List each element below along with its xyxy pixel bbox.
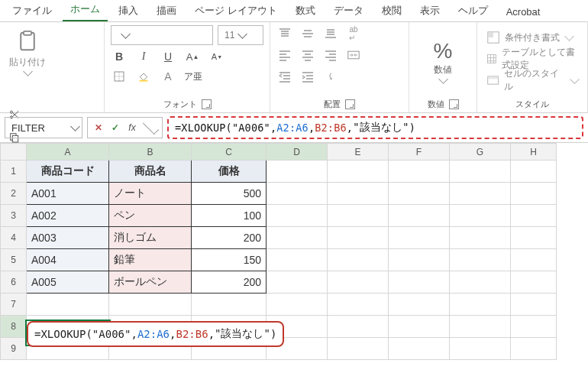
cell-E6[interactable] xyxy=(328,271,389,294)
underline-button[interactable]: U xyxy=(160,48,176,65)
number-format-button[interactable]: % 数値 xyxy=(431,39,456,84)
row-header-8[interactable]: 8 xyxy=(1,316,27,338)
wrap-text-button[interactable]: ab↵ xyxy=(345,25,362,42)
cancel-edit-button[interactable]: ✕ xyxy=(91,122,106,133)
cell-D7[interactable] xyxy=(267,294,328,316)
conditional-format-button[interactable]: 条件付き書式 xyxy=(483,28,581,47)
cell-B1[interactable]: 商品名 xyxy=(109,161,192,183)
cell-H8[interactable] xyxy=(511,316,557,338)
cell-G5[interactable] xyxy=(450,249,511,271)
col-header-F[interactable]: F xyxy=(389,144,450,161)
cell-E2[interactable] xyxy=(328,183,389,205)
cell-F1[interactable] xyxy=(389,161,450,183)
cell-G9[interactable] xyxy=(450,338,511,360)
indent-inc-button[interactable] xyxy=(299,68,316,85)
bold-button[interactable]: B xyxy=(111,48,128,65)
cell-H1[interactable] xyxy=(511,161,557,183)
cell-A4[interactable]: A003 xyxy=(27,227,109,249)
cell-F9[interactable] xyxy=(389,338,450,360)
col-header-C[interactable]: C xyxy=(192,144,267,161)
cell-D2[interactable] xyxy=(267,183,328,205)
cell-D4[interactable] xyxy=(267,227,328,249)
cell-F4[interactable] xyxy=(389,227,450,249)
cell-A5[interactable]: A004 xyxy=(27,249,109,271)
align-middle-button[interactable] xyxy=(299,25,316,42)
row-header-2[interactable]: 2 xyxy=(1,183,27,205)
cell-C5[interactable]: 150 xyxy=(192,249,267,271)
cell-C7[interactable] xyxy=(192,294,267,316)
col-header-B[interactable]: B xyxy=(109,144,192,161)
cell-H4[interactable] xyxy=(511,227,557,249)
font-shrink-button[interactable]: A▼ xyxy=(208,48,225,65)
orientation-button[interactable]: ⤹ xyxy=(322,68,339,85)
cell-F3[interactable] xyxy=(389,205,450,227)
worksheet-grid[interactable]: ABCDEFGH1商品コード商品名価格2A001ノート5003A002ペン100… xyxy=(0,143,588,360)
chevron-down-icon[interactable] xyxy=(70,122,80,131)
tab-home[interactable]: ホーム xyxy=(63,0,108,21)
cell-H5[interactable] xyxy=(511,249,557,271)
chevron-down-icon[interactable] xyxy=(143,118,159,135)
font-grow-button[interactable]: A▲ xyxy=(184,48,201,65)
cell-B3[interactable]: ペン xyxy=(109,205,192,227)
cell-A1[interactable]: 商品コード xyxy=(27,161,109,183)
align-bottom-button[interactable] xyxy=(322,25,339,42)
format-as-table-button[interactable]: テーブルとして書式設定 xyxy=(483,50,581,68)
cell-H3[interactable] xyxy=(511,205,557,227)
cell-A7[interactable] xyxy=(27,294,109,316)
cell-G7[interactable] xyxy=(450,294,511,316)
cell-G3[interactable] xyxy=(450,205,511,227)
formula-input[interactable]: =XLOOKUP("A006", A2:A6, B2:B6, "該当なし") xyxy=(167,116,583,139)
font-size-select[interactable]: 11 xyxy=(218,25,263,45)
cell-C6[interactable]: 200 xyxy=(192,271,267,294)
paste-button[interactable]: 貼り付け xyxy=(6,25,49,97)
cell-G4[interactable] xyxy=(450,227,511,249)
tab-data[interactable]: データ xyxy=(326,1,371,21)
col-header-E[interactable]: E xyxy=(328,144,389,161)
cell-E4[interactable] xyxy=(328,227,389,249)
cell-C2[interactable]: 500 xyxy=(192,183,267,205)
phonetic-button[interactable]: ア亜 xyxy=(184,68,202,85)
cell-A3[interactable]: A002 xyxy=(27,205,109,227)
cell-D5[interactable] xyxy=(267,249,328,271)
cell-B2[interactable]: ノート xyxy=(109,183,192,205)
italic-button[interactable]: I xyxy=(135,48,152,65)
align-center-button[interactable] xyxy=(299,47,316,63)
cell-D1[interactable] xyxy=(267,161,328,183)
col-header-G[interactable]: G xyxy=(450,144,511,161)
cell-B5[interactable]: 鉛筆 xyxy=(109,249,192,271)
row-header-6[interactable]: 6 xyxy=(1,271,27,294)
tab-formulas[interactable]: 数式 xyxy=(288,1,323,21)
font-name-select[interactable] xyxy=(111,25,213,45)
align-top-button[interactable] xyxy=(276,25,293,42)
cell-styles-button[interactable]: セルのスタイル xyxy=(483,71,581,89)
tab-file[interactable]: ファイル xyxy=(5,1,60,21)
row-header-4[interactable]: 4 xyxy=(1,227,27,249)
align-launcher[interactable] xyxy=(345,99,355,109)
font-color-button[interactable]: A xyxy=(160,68,176,85)
tab-help[interactable]: ヘルプ xyxy=(451,1,496,21)
cell-H7[interactable] xyxy=(511,294,557,316)
cell-B7[interactable] xyxy=(109,294,192,316)
cell-E8[interactable] xyxy=(328,316,389,338)
cell-F5[interactable] xyxy=(389,249,450,271)
cell-C3[interactable]: 100 xyxy=(192,205,267,227)
cell-G8[interactable] xyxy=(450,316,511,338)
cell-F7[interactable] xyxy=(389,294,450,316)
tab-insert[interactable]: 挿入 xyxy=(111,1,146,21)
cell-D3[interactable] xyxy=(267,205,328,227)
tab-draw[interactable]: 描画 xyxy=(149,1,184,21)
insert-function-button[interactable]: fx xyxy=(124,122,140,133)
cell-G1[interactable] xyxy=(450,161,511,183)
cell-F6[interactable] xyxy=(389,271,450,294)
cell-D6[interactable] xyxy=(267,271,328,294)
fill-color-button[interactable] xyxy=(135,68,152,85)
col-header-H[interactable]: H xyxy=(511,144,557,161)
cell-F2[interactable] xyxy=(389,183,450,205)
cell-G2[interactable] xyxy=(450,183,511,205)
cell-E5[interactable] xyxy=(328,249,389,271)
row-header-9[interactable]: 9 xyxy=(1,338,27,360)
tab-page-layout[interactable]: ページ レイアウト xyxy=(187,1,285,21)
cell-formula-overlay[interactable]: =XLOOKUP("A006", A2:A6, B2:B6, "該当なし") xyxy=(27,321,284,347)
cell-H9[interactable] xyxy=(511,338,557,360)
cell-E1[interactable] xyxy=(328,161,389,183)
